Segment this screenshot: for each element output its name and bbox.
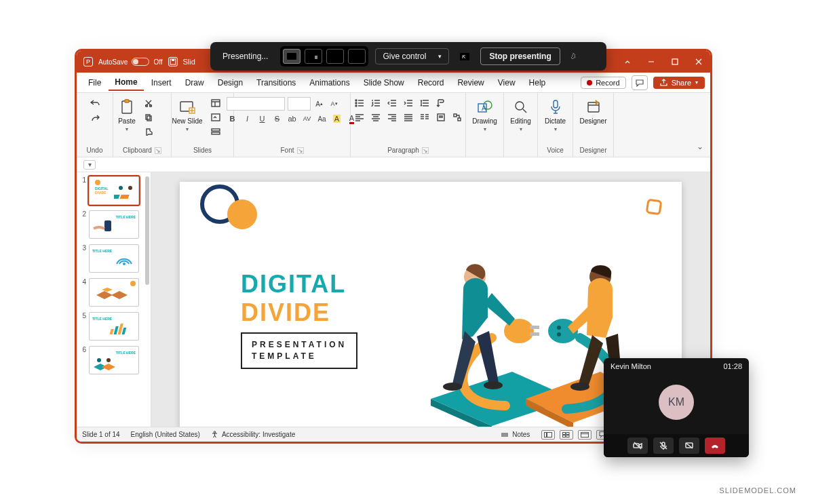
- language-status[interactable]: English (United States): [131, 431, 200, 438]
- underline-button[interactable]: U: [256, 113, 269, 125]
- pop-out-icon[interactable]: [456, 49, 473, 64]
- svg-marker-44: [102, 288, 113, 292]
- close-button[interactable]: [686, 51, 710, 73]
- redo-button[interactable]: [89, 112, 101, 124]
- undo-button[interactable]: [89, 97, 101, 109]
- align-center-button[interactable]: [369, 111, 383, 123]
- text-direction-button[interactable]: [434, 97, 448, 109]
- font-size-select[interactable]: [288, 97, 311, 111]
- tab-transitions[interactable]: Transitions: [250, 75, 302, 90]
- copy-button[interactable]: [142, 111, 155, 123]
- section-button[interactable]: [210, 125, 222, 138]
- tab-view[interactable]: View: [492, 75, 522, 90]
- numbering-button[interactable]: [369, 97, 383, 109]
- bold-button[interactable]: B: [227, 113, 239, 125]
- thumbnail-slide-2[interactable]: 2 TITLE HERE: [79, 210, 144, 239]
- reset-button[interactable]: [210, 111, 222, 123]
- layout-mode-side[interactable]: [305, 49, 322, 64]
- teams-call-widget[interactable]: Kevin Milton 01:28 KM: [604, 358, 749, 457]
- bullets-button[interactable]: [353, 97, 366, 109]
- dialog-launcher-icon[interactable]: ↘: [422, 147, 429, 154]
- qat-overflow-button[interactable]: ▾: [83, 160, 96, 170]
- scrollbar-thumb[interactable]: [145, 176, 149, 285]
- collapse-ribbon-button[interactable]: ⌄: [697, 142, 703, 151]
- tab-animations[interactable]: Animations: [303, 75, 355, 90]
- tab-insert[interactable]: Insert: [145, 75, 178, 90]
- stop-presenting-button[interactable]: Stop presenting: [480, 47, 560, 65]
- thumbnail-slide-5[interactable]: 5 TITLE HERE: [79, 312, 144, 341]
- hang-up-button[interactable]: [705, 438, 725, 454]
- thumb-illustration: [113, 250, 136, 269]
- strike-button[interactable]: S: [271, 113, 284, 125]
- thumb-illustration: [92, 355, 115, 372]
- maximize-button[interactable]: [663, 51, 686, 73]
- share-toggle-button[interactable]: [679, 438, 699, 454]
- thumbnail-slide-3[interactable]: 3 TITLE HERE: [79, 244, 144, 273]
- tab-draw[interactable]: Draw: [179, 75, 210, 90]
- tab-home[interactable]: Home: [109, 75, 143, 91]
- shadow-button[interactable]: ab: [286, 113, 298, 125]
- thumbnail-slide-4[interactable]: 4: [79, 278, 144, 307]
- tab-design[interactable]: Design: [212, 75, 249, 90]
- accessibility-status[interactable]: Accessibility: Investigate: [211, 431, 295, 438]
- dictate-button[interactable]: Dictate▾: [542, 97, 568, 134]
- group-label-font: Font: [280, 147, 294, 154]
- new-slide-button[interactable]: New Slide ▾: [169, 97, 205, 134]
- highlight-button[interactable]: A: [331, 113, 343, 125]
- thumbnail-slide-6[interactable]: 6 TITLE HERE: [79, 346, 144, 374]
- notes-button[interactable]: Notes: [501, 431, 530, 438]
- dialog-launcher-icon[interactable]: ↘: [297, 147, 304, 154]
- justify-button[interactable]: [402, 111, 415, 123]
- paste-button[interactable]: Paste ▾: [115, 97, 138, 134]
- cut-button[interactable]: [142, 97, 155, 109]
- pin-icon[interactable]: [567, 50, 579, 62]
- layout-mode-gallery[interactable]: [348, 49, 366, 64]
- indent-decrease-button[interactable]: [385, 97, 399, 109]
- chevron-down-icon: ▾: [186, 126, 189, 132]
- give-control-dropdown[interactable]: Give control ▾: [375, 48, 449, 64]
- camera-toggle-button[interactable]: [627, 438, 648, 454]
- change-case-button[interactable]: Aa: [316, 113, 328, 125]
- minimize-button[interactable]: [639, 51, 663, 73]
- italic-button[interactable]: I: [241, 113, 254, 125]
- editing-button[interactable]: Editing▾: [507, 97, 534, 134]
- svg-text:A: A: [482, 104, 486, 112]
- drawing-button[interactable]: A Drawing▾: [469, 97, 500, 134]
- line-spacing-button[interactable]: [418, 97, 431, 109]
- tab-record[interactable]: Record: [412, 75, 450, 90]
- layout-mode-reporter[interactable]: [326, 49, 344, 64]
- columns-button[interactable]: [418, 111, 431, 123]
- font-family-select[interactable]: [227, 97, 285, 111]
- reading-view-button[interactable]: [578, 430, 592, 440]
- smartart-button[interactable]: [450, 111, 464, 123]
- align-left-button[interactable]: [353, 111, 366, 123]
- decrease-font-button[interactable]: A▾: [328, 98, 341, 110]
- save-icon[interactable]: [168, 57, 178, 66]
- align-text-button[interactable]: [434, 111, 448, 123]
- sorter-view-button[interactable]: [560, 430, 573, 440]
- dialog-launcher-icon[interactable]: ↘: [155, 147, 161, 154]
- group-label-clipboard: Clipboard: [123, 147, 152, 154]
- share-button[interactable]: Share▾: [653, 77, 705, 89]
- designer-button[interactable]: Designer: [577, 97, 609, 126]
- layout-mode-standout[interactable]: [283, 49, 301, 64]
- increase-font-button[interactable]: A▴: [313, 98, 326, 110]
- align-right-button[interactable]: [385, 111, 399, 123]
- tab-file[interactable]: File: [82, 75, 107, 90]
- svg-marker-43: [111, 291, 128, 299]
- char-spacing-button[interactable]: AV: [301, 113, 313, 125]
- autosave-toggle[interactable]: AutoSave Off: [98, 58, 163, 66]
- layout-button[interactable]: [210, 97, 222, 109]
- tab-slideshow[interactable]: Slide Show: [357, 75, 410, 90]
- format-painter-button[interactable]: [142, 125, 155, 138]
- normal-view-button[interactable]: [541, 430, 555, 440]
- slide-counter[interactable]: Slide 1 of 14: [82, 431, 120, 438]
- ribbon-display-icon[interactable]: [615, 51, 639, 73]
- mic-toggle-button[interactable]: [653, 438, 674, 454]
- tab-review[interactable]: Review: [451, 75, 490, 90]
- tab-help[interactable]: Help: [523, 75, 552, 90]
- record-button[interactable]: Record: [581, 77, 625, 89]
- thumbnail-slide-1[interactable]: 1 DIGITAL DIVIDE: [79, 176, 144, 205]
- indent-increase-button[interactable]: [402, 97, 415, 109]
- comments-button[interactable]: [632, 75, 648, 90]
